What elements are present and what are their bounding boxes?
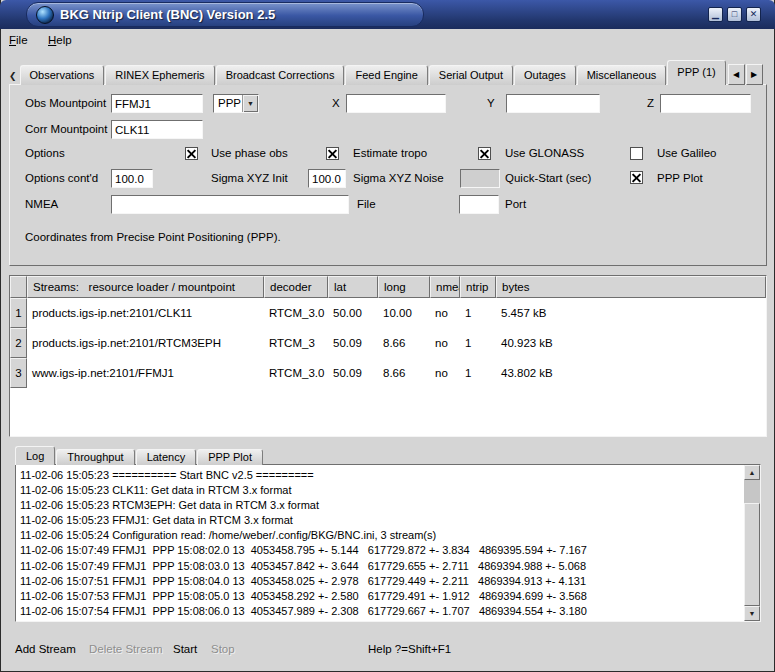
- tab-broadcast-corrections[interactable]: Broadcast Corrections: [216, 65, 345, 85]
- sigma-xyz-init-label: Sigma XYZ Init: [211, 172, 288, 184]
- close-button[interactable]: ✕: [746, 7, 761, 22]
- format-select-value: PPP: [214, 95, 242, 112]
- streams-table: Streams: resource loader / mountpoint de…: [9, 275, 767, 437]
- tab-log[interactable]: Log: [15, 446, 55, 465]
- tab-serial-output[interactable]: Serial Output: [429, 65, 513, 85]
- options-contd-label: Options cont'd: [25, 172, 98, 184]
- scroll-down-button[interactable]: ▼: [744, 606, 760, 621]
- cell-nmea: no: [430, 328, 460, 358]
- ppp-plot-label: PPP Plot: [657, 172, 703, 184]
- delete-stream-button[interactable]: Delete Stream: [89, 643, 163, 655]
- header-ntrip[interactable]: ntrip: [460, 276, 496, 298]
- header-decoder[interactable]: decoder: [264, 276, 328, 298]
- table-header-row: Streams: resource loader / mountpoint de…: [10, 276, 766, 298]
- tab-scroll-back-button[interactable]: ◀: [728, 64, 745, 85]
- tab-scroll-left-icon[interactable]: ❮: [9, 71, 20, 85]
- up-arrow-icon: ▲: [749, 469, 756, 476]
- log-text: 11-02-06 15:05:23 ========== Start BNC v…: [20, 468, 741, 619]
- left-arrow-icon: ◀: [733, 70, 739, 79]
- corr-mountpoint-input[interactable]: [111, 120, 203, 139]
- header-lat[interactable]: lat: [328, 276, 378, 298]
- maximize-button[interactable]: □: [727, 7, 742, 22]
- cell-decoder: RTCM_3: [264, 328, 328, 358]
- use-glonass-checkbox[interactable]: [478, 147, 491, 160]
- cell-decoder: RTCM_3.0: [264, 298, 328, 328]
- corner-header: [10, 276, 27, 298]
- menu-help[interactable]: Help: [40, 29, 80, 49]
- sigma-xyz-noise-input[interactable]: [308, 169, 346, 188]
- cell-decoder: RTCM_3.0: [264, 358, 328, 388]
- use-galileo-label: Use Galileo: [657, 147, 716, 159]
- header-nmea[interactable]: nmea: [430, 276, 460, 298]
- header-streams[interactable]: Streams: resource loader / mountpoint: [27, 276, 264, 298]
- tab-scroll-forward-button[interactable]: ▶: [746, 64, 763, 85]
- cell-ntrip: 1: [460, 328, 496, 358]
- cell-long: 8.66: [378, 358, 430, 388]
- down-arrow-icon: ▼: [749, 610, 756, 617]
- table-row[interactable]: 1 products.igs-ip.net:2101/CLK11 RTCM_3.…: [10, 298, 766, 328]
- add-stream-button[interactable]: Add Stream: [15, 643, 76, 655]
- x-input[interactable]: [346, 94, 446, 113]
- ppp-plot-checkbox[interactable]: [630, 171, 643, 184]
- tab-latency[interactable]: Latency: [136, 449, 197, 465]
- stop-button[interactable]: Stop: [211, 643, 235, 655]
- file-input[interactable]: [459, 195, 499, 214]
- ppp-description: Coordinates from Precise Point Positioni…: [25, 231, 281, 243]
- table-row[interactable]: 2 products.igs-ip.net:2101/RTCM3EPH RTCM…: [10, 328, 766, 358]
- quick-start-input: [460, 169, 500, 188]
- log-line: 11-02-06 15:07:51 FFMJ1 PPP 15:08:04.0 1…: [20, 574, 741, 589]
- tab-throughput[interactable]: Throughput: [56, 449, 134, 465]
- log-line: 11-02-06 15:07:49 FFMJ1 PPP 15:08:02.0 1…: [20, 543, 741, 558]
- nmea-label: NMEA: [25, 198, 58, 210]
- cell-bytes: 40.923 kB: [496, 328, 766, 358]
- x-label: X: [332, 97, 340, 109]
- header-bytes[interactable]: bytes: [496, 276, 766, 298]
- header-long[interactable]: long: [378, 276, 430, 298]
- cell-bytes: 5.457 kB: [496, 298, 766, 328]
- tab-rinex-ephemeris[interactable]: RINEX Ephemeris: [105, 65, 214, 85]
- row-number: 1: [10, 298, 27, 328]
- help-shortcut-label[interactable]: Help ?=Shift+F1: [368, 643, 451, 655]
- minimize-button[interactable]: ▁: [708, 7, 723, 22]
- tab-miscellaneous[interactable]: Miscellaneous: [577, 65, 667, 85]
- tab-feed-engine[interactable]: Feed Engine: [345, 65, 427, 85]
- sigma-xyz-init-input[interactable]: [111, 169, 153, 188]
- y-input[interactable]: [506, 94, 600, 113]
- estimate-tropo-checkbox[interactable]: [326, 147, 339, 160]
- row-number: 2: [10, 328, 27, 358]
- log-scrollbar[interactable]: ▲ ▼: [744, 465, 760, 621]
- quick-start-label: Quick-Start (sec): [505, 172, 591, 184]
- port-label: Port: [505, 198, 526, 210]
- format-select[interactable]: PPP ▼: [213, 94, 259, 113]
- tab-bar: ❮ Observations RINEX Ephemeris Broadcast…: [9, 60, 763, 85]
- use-phase-obs-label: Use phase obs: [211, 147, 288, 159]
- log-area[interactable]: 11-02-06 15:05:23 ========== Start BNC v…: [15, 464, 761, 622]
- cell-nmea: no: [430, 358, 460, 388]
- obs-mountpoint-label: Obs Mountpoint: [25, 97, 106, 109]
- obs-mountpoint-input[interactable]: [111, 94, 203, 113]
- titlebar[interactable]: BKG Ntrip Client (BNC) Version 2.5 ▁ □ ✕: [0, 0, 775, 29]
- nmea-input[interactable]: [111, 195, 349, 214]
- table-row[interactable]: 3 www.igs-ip.net:2101/FFMJ1 RTCM_3.0 50.…: [10, 358, 766, 388]
- sigma-xyz-noise-label: Sigma XYZ Noise: [353, 172, 444, 184]
- tab-outages[interactable]: Outages: [514, 65, 576, 85]
- log-line: 11-02-06 15:07:53 FFMJ1 PPP 15:08:05.0 1…: [20, 589, 741, 604]
- tab-ppp-plot[interactable]: PPP Plot: [197, 449, 263, 465]
- cell-mountpoint: products.igs-ip.net:2101/RTCM3EPH: [27, 328, 264, 358]
- cell-long: 10.00: [378, 298, 430, 328]
- tab-observations[interactable]: Observations: [20, 65, 105, 85]
- z-input[interactable]: [660, 94, 751, 113]
- scroll-up-button[interactable]: ▲: [744, 465, 760, 480]
- file-label: File: [357, 198, 376, 210]
- log-line: 11-02-06 15:07:54 FFMJ1 PPP 15:08:06.0 1…: [20, 604, 741, 619]
- use-phase-obs-checkbox[interactable]: [185, 147, 198, 160]
- start-button[interactable]: Start: [173, 643, 197, 655]
- use-galileo-checkbox[interactable]: [630, 147, 643, 160]
- scrollbar-thumb[interactable]: [744, 503, 760, 606]
- cell-long: 8.66: [378, 328, 430, 358]
- tab-ppp[interactable]: PPP (1): [667, 60, 725, 85]
- menu-file[interactable]: File: [1, 29, 36, 49]
- log-line: 11-02-06 15:05:23 FFMJ1: Get data in RTC…: [20, 513, 741, 528]
- cell-lat: 50.09: [328, 358, 378, 388]
- estimate-tropo-label: Estimate tropo: [353, 147, 427, 159]
